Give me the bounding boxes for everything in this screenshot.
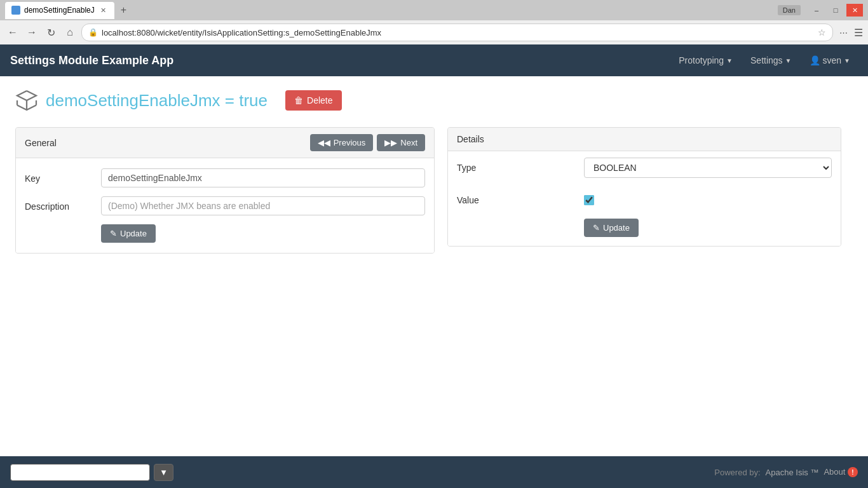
next-button[interactable]: ▶▶ Next — [377, 134, 425, 151]
details-panel-card: Details Type BOOLEAN STRING INT LONG DOU… — [447, 127, 841, 247]
page-content: demoSettingEnableJmx = true 🗑 Delete Gen… — [0, 76, 868, 445]
delete-button[interactable]: 🗑 Delete — [285, 90, 341, 111]
nav-prototyping[interactable]: Prototyping ▼ — [671, 50, 740, 71]
maximize-button[interactable]: □ — [827, 4, 844, 17]
settings-label: Settings — [750, 55, 783, 65]
step-backward-icon: ◀◀ — [318, 138, 330, 147]
browser-user: Dan — [778, 5, 801, 15]
previous-button[interactable]: ◀◀ Previous — [310, 134, 374, 151]
general-panel-card: General ◀◀ Previous ▶▶ Next K — [15, 127, 435, 254]
general-panel: General ◀◀ Previous ▶▶ Next K — [15, 127, 435, 254]
settings-caret: ▼ — [785, 57, 792, 64]
app-navbar: Settings Module Example App Prototyping … — [0, 44, 868, 76]
prototyping-caret: ▼ — [726, 57, 733, 64]
value-checkbox[interactable] — [584, 195, 594, 205]
tab-title: demoSettingEnableJ — [24, 6, 95, 15]
type-label: Type — [457, 163, 584, 173]
details-panel: Details Type BOOLEAN STRING INT LONG DOU… — [447, 127, 841, 254]
tab-close-btn[interactable]: ✕ — [98, 6, 108, 15]
value-label: Value — [457, 195, 584, 205]
home-button[interactable]: ⌂ — [62, 25, 78, 40]
next-label: Next — [400, 138, 417, 147]
general-panel-body: Key Description ✎ Update — [16, 158, 434, 253]
address-bar-area: ← → ↻ ⌂ 🔒 localhost:8080/wicket/entity/I… — [0, 20, 868, 44]
reload-button[interactable]: ↻ — [43, 25, 58, 40]
details-panel-body: Type BOOLEAN STRING INT LONG DOUBLE Valu… — [448, 151, 841, 246]
general-panel-header: General ◀◀ Previous ▶▶ Next — [16, 128, 434, 158]
pencil-icon: ✎ — [110, 229, 117, 238]
key-row: Key — [25, 168, 425, 187]
nav-menu: Prototyping ▼ Settings ▼ 👤 sven ▼ — [671, 50, 858, 71]
general-update-label: Update — [120, 229, 147, 238]
step-forward-icon: ▶▶ — [384, 138, 397, 147]
user-icon: 👤 — [810, 55, 820, 65]
address-bar[interactable]: 🔒 localhost:8080/wicket/entity/IsisAppli… — [81, 24, 833, 41]
new-tab-button[interactable]: + — [117, 3, 130, 17]
browser-tab[interactable]: demoSettingEnableJ ✕ — [5, 2, 114, 19]
back-button[interactable]: ← — [5, 25, 20, 40]
type-select[interactable]: BOOLEAN STRING INT LONG DOUBLE — [584, 158, 832, 178]
bookmark-button[interactable]: ☆ — [818, 27, 826, 37]
type-row: Type BOOLEAN STRING INT LONG DOUBLE — [448, 151, 841, 184]
extensions-button[interactable]: ⋯ — [837, 27, 850, 39]
general-panel-actions: ◀◀ Previous ▶▶ Next — [310, 134, 425, 151]
description-input[interactable] — [101, 196, 425, 215]
details-update-area: ✎ Update — [448, 216, 841, 246]
forward-button[interactable]: → — [24, 25, 39, 40]
tab-favicon — [11, 6, 20, 15]
nav-user[interactable]: 👤 sven ▼ — [802, 50, 858, 71]
details-pencil-icon: ✎ — [593, 223, 600, 233]
general-update-area: ✎ Update — [25, 224, 425, 243]
description-row: Description — [25, 196, 425, 215]
value-row: Value — [448, 184, 841, 216]
page-heading: demoSettingEnableJmx = true 🗑 Delete — [15, 89, 853, 112]
details-update-label: Update — [603, 223, 630, 233]
details-panel-title: Details — [457, 134, 484, 144]
user-label: sven — [823, 55, 842, 65]
browser-menu-button[interactable]: ☰ — [854, 27, 863, 39]
url-text: localhost:8080/wicket/entity/IsisApplica… — [102, 28, 818, 37]
entity-title: demoSettingEnableJmx = true — [46, 91, 268, 111]
user-caret: ▼ — [844, 57, 850, 64]
nav-settings[interactable]: Settings ▼ — [743, 50, 799, 71]
details-panel-header: Details — [448, 128, 841, 151]
general-update-button[interactable]: ✎ Update — [101, 224, 156, 243]
key-input[interactable] — [101, 168, 425, 187]
general-panel-title: General — [25, 138, 57, 148]
previous-label: Previous — [334, 138, 366, 147]
panels-row: General ◀◀ Previous ▶▶ Next K — [15, 127, 853, 254]
close-button[interactable]: ✕ — [846, 4, 863, 17]
delete-label: Delete — [307, 95, 332, 105]
trash-icon: 🗑 — [294, 95, 303, 105]
key-label: Key — [25, 168, 101, 184]
prototyping-label: Prototyping — [679, 55, 724, 65]
lock-icon: 🔒 — [88, 28, 98, 37]
minimize-button[interactable]: – — [808, 4, 825, 17]
description-label: Description — [25, 196, 101, 212]
details-update-button[interactable]: ✎ Update — [584, 219, 639, 237]
entity-cube-icon — [15, 89, 38, 112]
app-title: Settings Module Example App — [10, 54, 671, 67]
